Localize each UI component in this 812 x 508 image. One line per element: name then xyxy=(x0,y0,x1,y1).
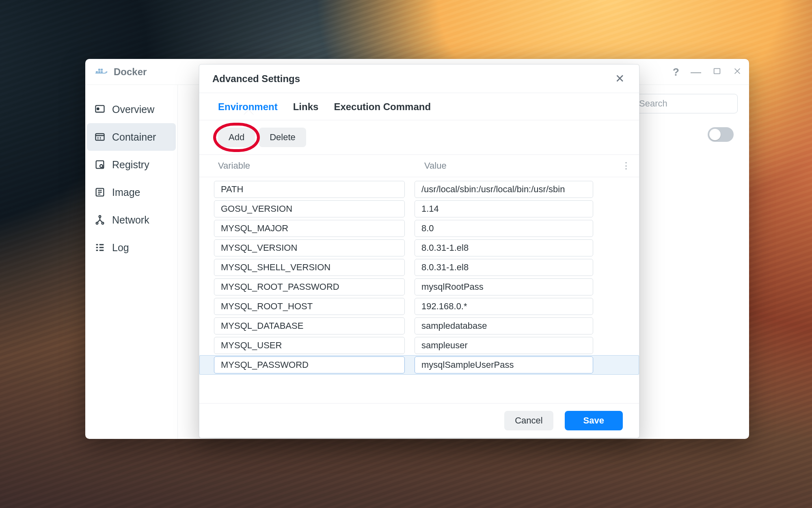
env-row[interactable]: MYSQL_ROOT_PASSWORDmysqlRootPass xyxy=(214,277,631,297)
env-table: Variable Value ⋮ PATH/usr/local/sbin:/us… xyxy=(199,155,639,403)
env-variable-cell[interactable]: MYSQL_VERSION xyxy=(214,239,405,256)
env-value-cell[interactable]: 8.0 xyxy=(415,220,593,237)
sidebar: Overview Container Registry Image xyxy=(85,85,178,439)
env-variable-cell[interactable]: MYSQL_ROOT_HOST xyxy=(214,298,405,315)
env-toolbar: Add Delete xyxy=(199,120,639,155)
search-input[interactable] xyxy=(632,94,738,113)
sidebar-item-registry[interactable]: Registry xyxy=(85,151,177,178)
maximize-icon[interactable] xyxy=(713,67,721,77)
env-variable-cell[interactable]: MYSQL_DATABASE xyxy=(214,317,405,334)
env-row[interactable]: MYSQL_PASSWORDmysqlSampleUserPass xyxy=(199,355,639,375)
image-icon xyxy=(94,187,106,198)
env-variable-cell[interactable]: MYSQL_USER xyxy=(214,337,405,354)
sidebar-item-container[interactable]: Container xyxy=(87,123,176,151)
env-value-cell[interactable]: sampledatabase xyxy=(415,317,593,334)
env-row[interactable]: MYSQL_DATABASEsampledatabase xyxy=(214,316,631,336)
env-row[interactable]: MYSQL_USERsampleuser xyxy=(214,336,631,355)
env-row[interactable]: MYSQL_MAJOR8.0 xyxy=(214,219,631,238)
env-value-cell[interactable]: 192.168.0.* xyxy=(415,298,593,315)
save-button[interactable]: Save xyxy=(565,411,623,430)
tab-environment[interactable]: Environment xyxy=(218,101,278,120)
env-row[interactable]: MYSQL_VERSION8.0.31-1.el8 xyxy=(214,238,631,258)
env-value-cell[interactable]: sampleuser xyxy=(415,337,593,354)
help-icon[interactable]: ? xyxy=(673,67,679,77)
env-value-cell[interactable]: 1.14 xyxy=(415,200,593,217)
close-icon[interactable]: ✕ xyxy=(613,72,627,86)
window-title: Docker xyxy=(114,66,147,78)
sidebar-item-overview[interactable]: Overview xyxy=(85,96,177,123)
column-header-value[interactable]: Value xyxy=(413,161,621,171)
env-value-cell[interactable]: 8.0.31-1.el8 xyxy=(415,259,593,276)
env-value-cell[interactable]: /usr/local/sbin:/usr/local/bin:/usr/sbin xyxy=(415,181,593,198)
sidebar-item-label: Log xyxy=(112,242,129,254)
svg-rect-3 xyxy=(98,69,100,71)
modal-tabs: Environment Links Execution Command xyxy=(199,93,639,120)
sidebar-item-label: Overview xyxy=(112,104,154,115)
tab-execution-command[interactable]: Execution Command xyxy=(334,101,431,120)
docker-logo-icon xyxy=(95,67,108,77)
registry-icon xyxy=(94,159,106,170)
add-button[interactable]: Add xyxy=(218,128,255,147)
env-variable-cell[interactable]: MYSQL_MAJOR xyxy=(214,220,405,237)
overview-icon xyxy=(94,104,106,115)
env-value-cell[interactable]: mysqlSampleUserPass xyxy=(415,356,593,373)
sidebar-item-log[interactable]: Log xyxy=(85,234,177,261)
sidebar-item-label: Container xyxy=(112,131,156,143)
env-variable-cell[interactable]: MYSQL_ROOT_PASSWORD xyxy=(214,278,405,295)
env-row[interactable]: MYSQL_SHELL_VERSION8.0.31-1.el8 xyxy=(214,258,631,277)
env-value-cell[interactable]: mysqlRootPass xyxy=(415,278,593,295)
env-row[interactable]: MYSQL_ROOT_HOST192.168.0.* xyxy=(214,297,631,316)
cancel-button[interactable]: Cancel xyxy=(504,411,553,430)
svg-point-7 xyxy=(97,108,99,110)
svg-rect-4 xyxy=(101,69,103,71)
env-variable-cell[interactable]: MYSQL_PASSWORD xyxy=(214,356,405,373)
sidebar-item-label: Registry xyxy=(112,159,149,171)
env-variable-cell[interactable]: GOSU_VERSION xyxy=(214,200,405,217)
advanced-settings-modal: Advanced Settings ✕ Environment Links Ex… xyxy=(199,64,639,438)
env-variable-cell[interactable]: PATH xyxy=(214,181,405,198)
column-header-variable[interactable]: Variable xyxy=(218,161,413,171)
sidebar-item-network[interactable]: Network xyxy=(85,206,177,234)
env-variable-cell[interactable]: MYSQL_SHELL_VERSION xyxy=(214,259,405,276)
modal-title: Advanced Settings xyxy=(212,73,613,85)
column-menu-icon[interactable]: ⋮ xyxy=(621,161,631,171)
svg-point-13 xyxy=(96,222,98,224)
sidebar-item-label: Image xyxy=(112,187,140,198)
env-row[interactable]: PATH/usr/local/sbin:/usr/local/bin:/usr/… xyxy=(214,180,631,199)
svg-point-14 xyxy=(102,222,104,224)
delete-button[interactable]: Delete xyxy=(259,128,306,147)
sidebar-item-image[interactable]: Image xyxy=(85,178,177,206)
network-icon xyxy=(94,214,106,226)
container-toggle[interactable] xyxy=(708,127,734,142)
close-window-icon[interactable] xyxy=(733,67,742,77)
minimize-icon[interactable]: — xyxy=(691,67,701,77)
env-row[interactable]: GOSU_VERSION1.14 xyxy=(214,199,631,219)
log-icon xyxy=(94,242,106,253)
container-icon xyxy=(94,131,106,143)
sidebar-item-label: Network xyxy=(112,214,149,226)
env-value-cell[interactable]: 8.0.31-1.el8 xyxy=(415,239,593,256)
tab-links[interactable]: Links xyxy=(293,101,319,120)
svg-point-12 xyxy=(99,216,101,218)
svg-rect-5 xyxy=(714,68,720,74)
